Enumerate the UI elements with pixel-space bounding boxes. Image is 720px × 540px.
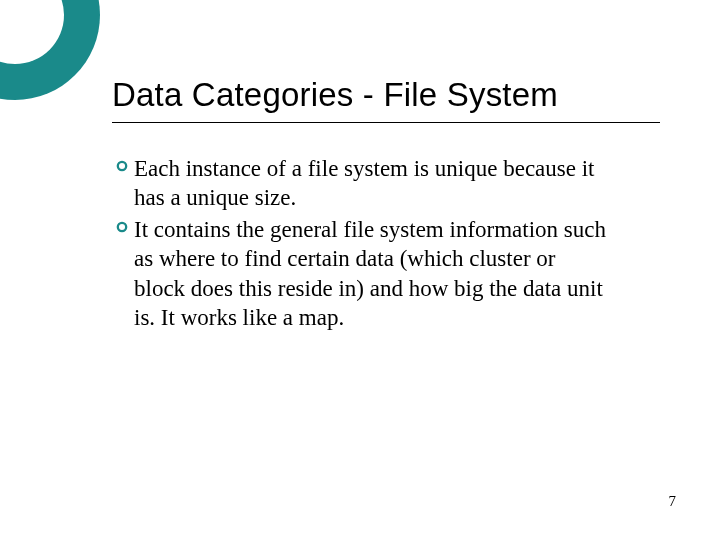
bullet-text: Each instance of a file system is unique… xyxy=(134,154,610,213)
slide-title: Data Categories - File System xyxy=(112,76,660,114)
bullet-ring-icon xyxy=(116,221,134,233)
slide-body: Each instance of a file system is unique… xyxy=(140,154,610,335)
bullet-item: Each instance of a file system is unique… xyxy=(140,154,610,215)
svg-point-0 xyxy=(118,162,126,170)
svg-point-1 xyxy=(118,223,126,231)
corner-ring-decoration xyxy=(0,0,100,100)
page-number: 7 xyxy=(669,493,677,510)
title-underline xyxy=(112,122,660,123)
bullet-ring-icon xyxy=(116,160,134,172)
bullet-text: It contains the general file system info… xyxy=(134,215,610,333)
bullet-item: It contains the general file system info… xyxy=(140,215,610,335)
